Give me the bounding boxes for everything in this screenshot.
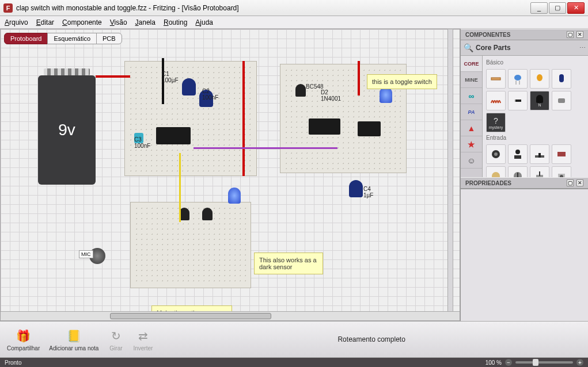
part-led-2[interactable] xyxy=(228,188,241,204)
right-panel: COMPONENTES ▢ ✕ 🔍 Core Parts ⋯ CORE MINE… xyxy=(460,29,588,321)
properties-panel-header: PROPRIEDADES ▢ ✕ xyxy=(461,177,588,189)
canvas-v-scrollbar[interactable] xyxy=(447,29,453,312)
svg-point-16 xyxy=(492,172,500,177)
svg-rect-15 xyxy=(557,152,566,156)
cat-user-icon[interactable]: ☺ xyxy=(461,152,482,169)
menu-ajuda[interactable]: Ajuda xyxy=(195,18,213,26)
rotate-icon: ↻ xyxy=(108,328,124,344)
props-collapse-icon[interactable]: ▢ xyxy=(567,179,574,186)
part-rotary-encoder[interactable] xyxy=(486,166,506,177)
menu-editar[interactable]: Editar xyxy=(36,18,54,26)
cat-arduino-icon[interactable]: ∞ xyxy=(461,88,482,104)
wire-red-1[interactable] xyxy=(96,75,130,78)
svg-point-10 xyxy=(494,152,498,156)
note-toggle[interactable]: this is a toggle switch xyxy=(367,74,437,89)
zoom-slider-knob[interactable] xyxy=(533,359,538,366)
zoom-controls: 100 % − + xyxy=(485,359,583,366)
minimize-button[interactable]: _ xyxy=(530,2,548,14)
menu-janela[interactable]: Janela xyxy=(135,18,155,26)
part-microphone[interactable]: MIC xyxy=(86,248,105,264)
cat-contrib-icon[interactable]: ★ xyxy=(461,136,482,152)
invert-button[interactable]: ⇄ Inverter xyxy=(133,328,153,351)
menubar: Arquivo Editar Componente Visão Janela R… xyxy=(0,16,588,29)
part-mystery[interactable]: ?mystery xyxy=(486,113,506,132)
zoom-slider[interactable] xyxy=(515,361,573,364)
zoom-out-button[interactable]: − xyxy=(505,359,512,366)
wire-red-3[interactable] xyxy=(358,61,360,95)
svg-rect-8 xyxy=(558,98,565,103)
share-button[interactable]: 🎁 Compartilhar xyxy=(7,328,40,351)
cat-mine[interactable]: MINE xyxy=(461,72,482,88)
canvas-wrapper: Protoboard Esquemático PCB 9v xyxy=(0,29,460,321)
part-diode[interactable] xyxy=(508,91,528,110)
cat-pa[interactable]: PA xyxy=(461,104,482,120)
label-c1: C1100µF xyxy=(162,71,179,83)
flip-icon: ⇄ xyxy=(135,328,151,344)
svg-rect-20 xyxy=(539,171,540,176)
part-joystick[interactable] xyxy=(508,144,528,164)
part-potentiometer[interactable] xyxy=(486,144,506,164)
search-icon[interactable]: 🔍 xyxy=(463,43,473,53)
maximize-button[interactable]: ▢ xyxy=(549,2,566,14)
parts-grid[interactable]: Básico N ?mystery Entrada xyxy=(483,56,588,177)
view-tabs: Protoboard Esquemático PCB xyxy=(4,33,122,44)
part-capacitor-c1[interactable] xyxy=(182,78,196,95)
menu-componente[interactable]: Componente xyxy=(62,18,102,26)
parts-library-name: Core Parts xyxy=(473,44,579,52)
part-resistor[interactable] xyxy=(486,69,506,89)
canvas-h-scrollbar[interactable] xyxy=(1,311,460,320)
part-ic-3[interactable] xyxy=(358,121,381,136)
window-title: clap switch with monostable and toggle.f… xyxy=(16,4,529,12)
part-ic-2[interactable] xyxy=(309,118,340,135)
cat-core[interactable]: CORE xyxy=(461,56,482,72)
part-electrolytic-cap[interactable] xyxy=(552,69,571,89)
panel-collapse-icon[interactable]: ▢ xyxy=(567,31,574,38)
tab-protoboard[interactable]: Protoboard xyxy=(4,33,48,44)
part-led-1[interactable] xyxy=(380,87,392,103)
close-button[interactable]: ✕ xyxy=(567,2,585,14)
breadboard-canvas[interactable]: Protoboard Esquemático PCB 9v xyxy=(1,29,460,320)
svg-rect-14 xyxy=(538,153,541,158)
part-transistor-3[interactable] xyxy=(202,208,213,220)
part-transistor-bc548[interactable] xyxy=(295,84,306,97)
part-breadboard-3[interactable] xyxy=(130,202,251,288)
statusbar: Pronto 100 % − + xyxy=(0,358,588,367)
panel-close-icon[interactable]: ✕ xyxy=(576,31,583,38)
tab-schematic[interactable]: Esquemático xyxy=(47,33,97,44)
zoom-in-button[interactable]: + xyxy=(576,359,583,366)
wire-purple-1[interactable] xyxy=(194,147,337,149)
part-capacitor-c4[interactable] xyxy=(349,180,363,197)
parts-menu-icon[interactable]: ⋯ xyxy=(579,44,586,52)
cat-sparkfun-icon[interactable]: ▲ xyxy=(461,120,482,136)
label-c3: C3100nF xyxy=(134,136,150,149)
menu-routing[interactable]: Routing xyxy=(164,18,187,26)
zoom-value: 100 % xyxy=(485,360,502,366)
window-titlebar: F clap switch with monostable and toggle… xyxy=(0,0,588,16)
status-ready: Pronto xyxy=(5,360,21,366)
part-slider[interactable] xyxy=(530,144,549,164)
wire-red-2[interactable] xyxy=(242,61,245,176)
svg-point-4 xyxy=(537,74,543,81)
part-toggle-switch[interactable] xyxy=(530,166,549,177)
part-battery-9v[interactable]: 9v xyxy=(38,75,96,185)
part-transistor-npn[interactable]: N xyxy=(530,91,549,110)
note-dark-sensor[interactable]: This also works as a dark sensor xyxy=(254,253,323,274)
part-crystal[interactable] xyxy=(552,91,571,110)
wire-yellow-1[interactable] xyxy=(179,153,181,222)
menu-visao[interactable]: Visão xyxy=(110,18,127,26)
part-ceramic-cap[interactable] xyxy=(508,69,528,89)
properties-body xyxy=(461,189,588,321)
props-close-icon[interactable]: ✕ xyxy=(576,179,583,186)
part-trim-pot[interactable] xyxy=(508,166,528,177)
part-inductor[interactable] xyxy=(486,91,506,110)
add-note-button[interactable]: 📒 Adicionar uma nota xyxy=(49,328,98,351)
main-area: Protoboard Esquemático PCB 9v xyxy=(0,29,588,321)
part-dip-switch[interactable] xyxy=(552,144,571,164)
part-ic-1[interactable] xyxy=(156,127,191,144)
part-tantalum-cap[interactable] xyxy=(530,69,549,89)
menu-arquivo[interactable]: Arquivo xyxy=(5,18,28,26)
tab-pcb[interactable]: PCB xyxy=(96,33,122,44)
scrollbar-thumb[interactable] xyxy=(110,313,271,319)
part-pushbutton[interactable] xyxy=(552,166,571,177)
rotate-button[interactable]: ↻ Girar xyxy=(108,328,124,351)
